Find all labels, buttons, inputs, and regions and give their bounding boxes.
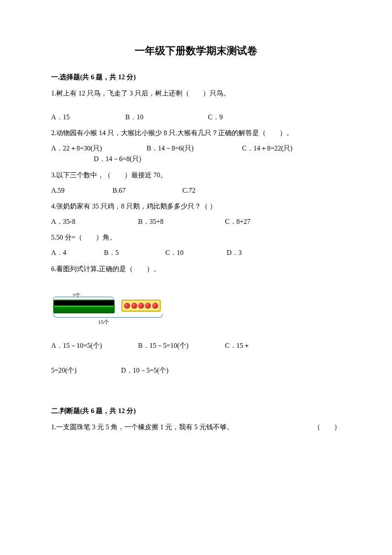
q4-text: 4.张奶奶家有 35 只鸡，8 只鹅，鸡比鹅多多少只？（ ） <box>51 201 341 212</box>
q6-figure: ?个 15个 <box>51 291 341 327</box>
spacer <box>51 389 341 398</box>
q6-total: 15个 <box>98 318 109 327</box>
q1-optC: C．9 <box>208 112 223 123</box>
ball-icon <box>145 303 151 309</box>
spacer <box>51 332 341 340</box>
q3-text: 3.以下三个数中，（ ）最接近 70。 <box>51 170 341 181</box>
q6-optB: B．15－5=10(个) <box>138 340 223 351</box>
green-box-icon <box>53 300 115 313</box>
q5-optC: C．10 <box>165 247 225 258</box>
q6-line2a: 5=20(个) <box>51 365 119 376</box>
q2-optA: A．22＋8=30(只) <box>51 143 145 154</box>
spacer <box>51 278 341 287</box>
q2-optB: B．14－8=6(只) <box>147 143 240 154</box>
section1-header: 一.选择题(共 6 题，共 12 分) <box>51 72 341 83</box>
q2-options: A．22＋8=30(只) B．14－8=6(只) C．14＋8=22(只) D．… <box>51 143 341 165</box>
q5-optA: A．4 <box>51 247 102 258</box>
ball-icon <box>152 303 158 309</box>
q2-optC: C．14＋8=22(只) <box>242 143 292 154</box>
q4-optA: A．35-8 <box>51 216 136 227</box>
q6-optC: C．15＋ <box>225 340 250 351</box>
exam-title: 一年级下册数学期末测试卷 <box>51 43 341 59</box>
q6-options-line2: 5=20(个) D．10－5=5(个) <box>51 365 341 376</box>
q6-line2b: D．10－5=5(个) <box>121 365 168 376</box>
diagram: ?个 15个 <box>51 291 166 327</box>
brace-bottom-icon <box>53 314 163 318</box>
exam-page: 一年级下册数学期末测试卷 一.选择题(共 6 题，共 12 分) 1.树上有 1… <box>0 0 392 555</box>
q5-options: A．4 B．5 C．10 D．3 <box>51 247 341 258</box>
yellow-box-icon <box>121 300 161 312</box>
q3-optC: C.72 <box>182 185 196 196</box>
q1-options: A．15 B．10 C．9 <box>51 112 341 123</box>
q6-optA: A．15－10=5(个) <box>51 340 136 351</box>
q4-options: A．35-8 B．35+8 C．8+27 <box>51 216 341 227</box>
section2-header: 二.判断题(共 6 题，共 12 分) <box>51 405 341 416</box>
q1-optA: A．15 <box>51 112 124 123</box>
q4-optB: B．35+8 <box>138 216 223 227</box>
s2q1: 1.一支圆珠笔 3 元 5 角，一个橡皮擦 1 元，我有 5 元钱不够。 （ ） <box>51 422 341 433</box>
spacer <box>51 381 341 389</box>
q6-options-line1: A．15－10=5(个) B．15－5=10(个) C．15＋ <box>51 340 341 351</box>
q3-options: A.59 B.67 C.72 <box>51 185 341 196</box>
q2-optD: D．14－6=8(只) <box>94 153 141 165</box>
q6-text: 6.看图列式计算,正确的是（ ）。 <box>51 263 341 275</box>
q4-optC: C．8+27 <box>225 216 251 227</box>
q5-optD: D．3 <box>227 247 242 258</box>
q1-text: 1.树上有 12 只鸟，飞走了 3 只后，树上还剩（ ）只鸟。 <box>51 88 341 99</box>
q2-text: 2.动物园有小猴 14 只，大猴比小猴少 8 只.大猴有几只？正确的解答是（ ）… <box>51 127 341 139</box>
ball-icon <box>138 303 144 309</box>
s2q1-blank: （ ） <box>314 422 341 433</box>
spacer <box>51 356 341 365</box>
ball-icon <box>131 303 137 309</box>
spacer <box>51 103 341 112</box>
q3-optA: A.59 <box>51 185 111 196</box>
q5-text: 5.50 分=（ ）角。 <box>51 232 341 243</box>
ball-icon <box>124 303 130 309</box>
q3-optB: B.67 <box>112 185 181 196</box>
brace-top-icon <box>53 297 114 300</box>
s2q1-text: 1.一支圆珠笔 3 元 5 角，一个橡皮擦 1 元，我有 5 元钱不够。 <box>51 423 233 431</box>
q1-optB: B．10 <box>125 112 206 123</box>
q5-optB: B．5 <box>104 247 164 258</box>
